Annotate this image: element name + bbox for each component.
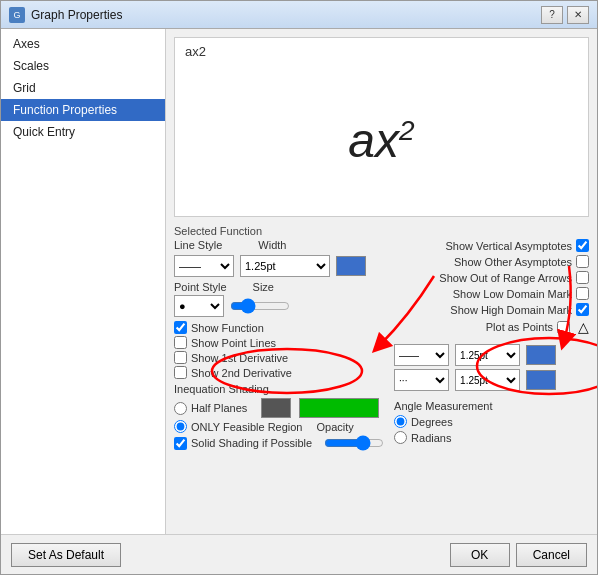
title-bar-left: G Graph Properties [9,7,122,23]
graph-properties-window: G Graph Properties ? ✕ Axes Scales Grid … [0,0,598,575]
show-1st-deriv-checkbox[interactable] [174,351,187,364]
line-width-section: Line Style Width —— - - - 1.25pt 1pt [174,239,589,451]
triangle-icon: △ [578,319,589,335]
width-select[interactable]: 1.25pt 1pt 2pt [240,255,330,277]
show-2nd-deriv-label: Show 2nd Derivative [191,367,292,379]
deriv2-controls-row: ··· —— – – 1.25pt 1pt [394,369,589,391]
width-label: Width [258,239,286,251]
show-point-lines-row: Show Point Lines [174,336,384,349]
show-range-arrows-checkbox[interactable] [576,271,589,284]
half-planes-color[interactable] [261,398,291,418]
deriv2-width-select[interactable]: 1.25pt 1pt [455,369,520,391]
show-1st-deriv-row: Show 1st Derivative [174,351,384,364]
deriv-right-controls: —— – – ··· 1.25pt 1pt [394,344,589,391]
half-planes-radio[interactable] [174,402,187,415]
bottom-bar: Set As Default OK Cancel [1,534,597,574]
sidebar-item-grid[interactable]: Grid [1,77,165,99]
window-title: Graph Properties [31,8,122,22]
help-button[interactable]: ? [541,6,563,24]
opacity-slider[interactable] [324,435,384,451]
half-planes-label: Half Planes [191,402,247,414]
plot-as-points-row: Plot as Points △ [394,319,589,335]
line-style-row: Line Style Width [174,239,384,251]
cancel-button[interactable]: Cancel [516,543,587,567]
line-style-label: Line Style [174,239,222,251]
point-controls-row: ● ○ ■ [174,295,384,317]
ok-button[interactable]: OK [450,543,510,567]
deriv2-style-select[interactable]: ··· —— – – [394,369,449,391]
show-function-checkbox[interactable] [174,321,187,334]
show-high-domain-checkbox[interactable] [576,303,589,316]
show-range-arrows-label: Show Out of Range Arrows [439,272,572,284]
right-col: Show Vertical Asymptotes Show Other Asym… [394,239,589,451]
left-col: Line Style Width —— - - - 1.25pt 1pt [174,239,384,451]
sidebar-item-scales[interactable]: Scales [1,55,165,77]
formula-display: ax2 ax2 [174,37,589,217]
set-default-button[interactable]: Set As Default [11,543,121,567]
show-point-lines-checkbox[interactable] [174,336,187,349]
shading-green-color[interactable] [299,398,379,418]
only-feasible-label: ONLY Feasible Region [191,421,303,433]
show-low-domain-checkbox[interactable] [576,287,589,300]
content-area: Axes Scales Grid Function Properties Qui… [1,29,597,534]
point-style-label: Point Style [174,281,227,293]
plot-as-points-checkbox[interactable] [557,321,570,334]
size-slider[interactable] [230,298,290,314]
point-style-select[interactable]: ● ○ ■ [174,295,224,317]
sidebar-item-axes[interactable]: Axes [1,33,165,55]
solid-shading-checkbox[interactable] [174,437,187,450]
main-panel: ax2 ax2 Selected Function Line Style Wid [166,29,597,534]
show-range-arrows-row: Show Out of Range Arrows [394,271,589,284]
sidebar: Axes Scales Grid Function Properties Qui… [1,29,166,534]
show-function-row: Show Function [174,321,384,334]
deriv2-color-picker[interactable] [526,370,556,390]
opacity-label: Opacity [317,421,354,433]
deriv1-style-select[interactable]: —— – – ··· [394,344,449,366]
selected-function-label: Selected Function [174,225,589,237]
show-vert-asymptotes-checkbox[interactable] [576,239,589,252]
deriv1-color-picker[interactable] [526,345,556,365]
deriv1-width-select[interactable]: 1.25pt 1pt [455,344,520,366]
solid-shading-label: Solid Shading if Possible [191,437,312,449]
size-slider-container [230,298,290,314]
degrees-label: Degrees [411,416,453,428]
angle-label: Angle Measurement [394,400,589,412]
line-color-picker[interactable] [336,256,366,276]
show-other-asymptotes-row: Show Other Asymptotes [394,255,589,268]
show-other-asymptotes-label: Show Other Asymptotes [454,256,572,268]
line-style-select[interactable]: —— - - - [174,255,234,277]
close-button[interactable]: ✕ [567,6,589,24]
title-buttons[interactable]: ? ✕ [541,6,589,24]
line-controls-row: —— - - - 1.25pt 1pt 2pt [174,255,384,277]
sidebar-item-function-properties[interactable]: Function Properties [1,99,165,121]
radians-radio[interactable] [394,431,407,444]
inequation-label: Inequation Shading [174,383,384,395]
window-icon: G [9,7,25,23]
right-checkboxes: Show Vertical Asymptotes Show Other Asym… [394,239,589,444]
show-2nd-deriv-row: Show 2nd Derivative [174,366,384,379]
formula-big: ax2 [175,65,588,216]
show-2nd-deriv-checkbox[interactable] [174,366,187,379]
plot-as-points-label: Plot as Points [486,321,553,333]
show-1st-deriv-label: Show 1st Derivative [191,352,288,364]
degrees-radio[interactable] [394,415,407,428]
show-function-label: Show Function [191,322,264,334]
deriv1-controls-row: —— – – ··· 1.25pt 1pt [394,344,589,366]
opacity-slider-container [324,435,384,451]
ok-cancel-buttons: OK Cancel [450,543,587,567]
show-low-domain-label: Show Low Domain Mark [453,288,572,300]
solid-shading-row: Solid Shading if Possible [174,435,384,451]
controls-wrapper: Selected Function Line Style Width —— - … [174,225,589,451]
show-low-domain-row: Show Low Domain Mark [394,287,589,300]
radians-label: Radians [411,432,451,444]
only-feasible-radio[interactable] [174,420,187,433]
show-other-asymptotes-checkbox[interactable] [576,255,589,268]
degrees-row: Degrees [394,415,589,428]
show-point-lines-label: Show Point Lines [191,337,276,349]
point-style-label-row: Point Style Size [174,281,384,293]
half-planes-row: Half Planes [174,398,384,418]
radians-row: Radians [394,431,589,444]
formula-small: ax2 [175,38,588,65]
sidebar-item-quick-entry[interactable]: Quick Entry [1,121,165,143]
angle-section: Angle Measurement Degrees Radians [394,400,589,444]
